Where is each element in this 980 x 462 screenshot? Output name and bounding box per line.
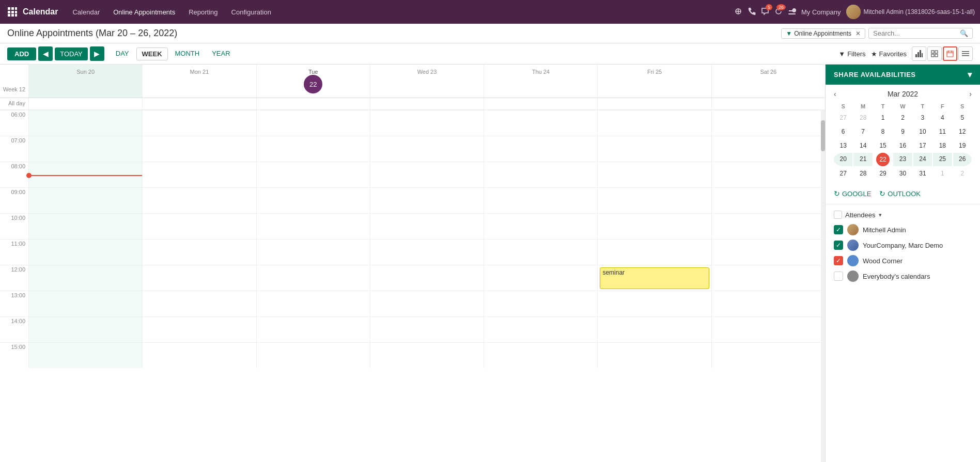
user-info[interactable]: Mitchell Admin (13818026-saas-15-1-all) xyxy=(846,5,975,19)
day-header-mon[interactable]: Mon 21 xyxy=(142,65,256,98)
wrench-icon[interactable] xyxy=(788,7,796,17)
grid-cell[interactable] xyxy=(256,213,370,239)
grid-cell[interactable] xyxy=(256,342,370,368)
grid-cell[interactable] xyxy=(484,239,597,265)
tab-day[interactable]: DAY xyxy=(111,47,134,60)
grid-cell[interactable] xyxy=(142,162,256,187)
grid-cell[interactable] xyxy=(256,162,370,187)
mini-cal-day[interactable]: 25 xyxy=(933,153,952,166)
grid-cell[interactable] xyxy=(256,239,370,265)
allday-fri[interactable] xyxy=(597,98,711,109)
mini-cal-day[interactable]: 21 xyxy=(853,153,872,166)
grid-cell[interactable] xyxy=(597,162,711,187)
mini-cal-day[interactable]: 14 xyxy=(853,139,872,152)
wood-checkbox[interactable]: ✓ xyxy=(834,256,843,265)
allday-mon[interactable] xyxy=(142,98,256,109)
grid-cell[interactable] xyxy=(28,213,142,239)
grid-cell[interactable] xyxy=(28,162,142,187)
grid-cell[interactable] xyxy=(28,187,142,213)
refresh-icon[interactable]: 26 xyxy=(774,7,783,17)
grid-cell[interactable] xyxy=(711,239,825,265)
mini-cal-day[interactable]: 16 xyxy=(893,139,912,152)
grid-cell[interactable] xyxy=(711,265,825,291)
mini-cal-day[interactable]: 5 xyxy=(953,111,972,124)
grid-cell[interactable] xyxy=(142,187,256,213)
grid-cell[interactable] xyxy=(711,136,825,162)
nav-configuration[interactable]: Configuration xyxy=(225,5,277,19)
grid-cell[interactable] xyxy=(28,316,142,342)
allday-sun[interactable] xyxy=(28,98,142,109)
time-grid-wrap[interactable]: 06:0007:0008:0009:0010:0011:0012:00semin… xyxy=(0,110,825,462)
grid-cell[interactable] xyxy=(484,110,597,136)
mini-cal-day[interactable]: 15 xyxy=(874,139,892,152)
mini-cal-day[interactable]: 4 xyxy=(933,111,952,124)
grid-cell[interactable] xyxy=(256,110,370,136)
mini-cal-day[interactable]: 17 xyxy=(913,139,932,152)
filter-tag[interactable]: ▼ Online Appointments ✕ xyxy=(781,28,865,39)
grid-cell[interactable] xyxy=(597,316,711,342)
mini-cal-day[interactable]: 28 xyxy=(853,167,872,180)
mini-cal-day[interactable]: 2 xyxy=(893,111,912,124)
mini-cal-day[interactable]: 18 xyxy=(933,139,952,152)
grid-cell[interactable] xyxy=(142,213,256,239)
attendee-marc[interactable]: ✓ YourCompany, Marc Demo xyxy=(834,240,972,251)
calendar-view-button[interactable] xyxy=(943,46,957,61)
mini-cal-day[interactable]: 27 xyxy=(834,167,852,180)
seminar-event[interactable]: seminar xyxy=(600,267,709,289)
grid-cell[interactable] xyxy=(370,342,484,368)
mini-cal-day[interactable]: 20 xyxy=(834,153,852,166)
grid-cell[interactable] xyxy=(28,239,142,265)
grid-cell[interactable] xyxy=(256,291,370,316)
marc-checkbox[interactable]: ✓ xyxy=(834,241,843,250)
grid-cell[interactable] xyxy=(28,342,142,368)
grid-cell[interactable] xyxy=(484,187,597,213)
grid-cell[interactable] xyxy=(370,316,484,342)
today-button[interactable]: TODAY xyxy=(55,47,88,60)
grid-cell[interactable] xyxy=(142,291,256,316)
mini-cal-day[interactable]: 6 xyxy=(834,125,852,138)
mini-cal-day[interactable]: 9 xyxy=(893,125,912,138)
filter-remove[interactable]: ✕ xyxy=(855,30,861,37)
grid-cell[interactable] xyxy=(597,110,711,136)
grid-cell[interactable] xyxy=(370,187,484,213)
mini-cal-day[interactable]: 19 xyxy=(953,139,972,152)
grid-cell[interactable] xyxy=(484,265,597,291)
mini-cal-day[interactable]: 8 xyxy=(874,125,892,138)
mini-cal-day[interactable]: 13 xyxy=(834,139,852,152)
tab-week[interactable]: WEEK xyxy=(136,47,168,60)
nav-calendar[interactable]: Calendar xyxy=(66,5,106,19)
list-view-button[interactable] xyxy=(958,46,973,61)
allday-wed[interactable] xyxy=(370,98,484,109)
grid-cell[interactable] xyxy=(711,187,825,213)
mini-cal-day[interactable]: 24 xyxy=(913,153,932,166)
grid-cell[interactable] xyxy=(711,110,825,136)
allday-thu[interactable] xyxy=(484,98,597,109)
mitchell-checkbox[interactable]: ✓ xyxy=(834,225,843,234)
grid-cell[interactable] xyxy=(256,265,370,291)
grid-cell[interactable] xyxy=(370,239,484,265)
grid-cell[interactable] xyxy=(256,187,370,213)
day-header-thu[interactable]: Thu 24 xyxy=(484,65,597,98)
grid-cell[interactable] xyxy=(484,342,597,368)
grid-cell[interactable] xyxy=(597,136,711,162)
mini-cal-day[interactable]: 12 xyxy=(953,125,972,138)
nav-online-appointments[interactable]: Online Appointments xyxy=(107,5,181,19)
grid-cell[interactable] xyxy=(597,342,711,368)
grid-cell[interactable] xyxy=(256,136,370,162)
mini-cal-prev[interactable]: ‹ xyxy=(834,90,836,98)
mini-cal-day[interactable]: 27 xyxy=(834,111,852,124)
grid-cell[interactable] xyxy=(484,136,597,162)
grid-cell[interactable] xyxy=(484,162,597,187)
grid-cell[interactable] xyxy=(597,291,711,316)
prev-button[interactable]: ◀ xyxy=(38,46,53,61)
grid-cell[interactable] xyxy=(597,213,711,239)
mini-cal-day[interactable]: 11 xyxy=(933,125,952,138)
everybody-checkbox[interactable] xyxy=(834,272,843,281)
grid-cell[interactable] xyxy=(142,239,256,265)
grid-cell[interactable] xyxy=(370,110,484,136)
attendee-everybody[interactable]: Everybody's calendars xyxy=(834,270,972,282)
grid-cell[interactable] xyxy=(711,291,825,316)
mini-cal-day[interactable]: 23 xyxy=(893,153,912,166)
filters-button[interactable]: ▼ Filters xyxy=(838,50,865,58)
allday-sat[interactable] xyxy=(711,98,825,109)
